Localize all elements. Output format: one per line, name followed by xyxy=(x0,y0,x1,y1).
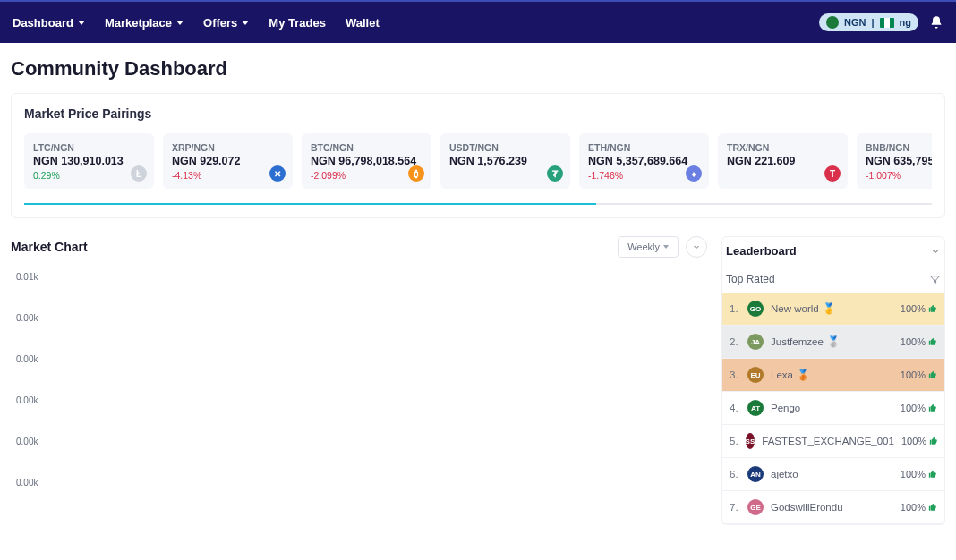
score: 100% xyxy=(901,369,937,380)
coin-icon: Ł xyxy=(131,165,147,182)
leaderboard-row[interactable]: 2.JAJustfemzee 🥈100% xyxy=(722,326,944,359)
pair-price: NGN 635,795.2 xyxy=(866,155,932,167)
pair-card[interactable]: ETH/NGNNGN 5,357,689.664-1.746%♦ xyxy=(579,133,709,189)
pair-change: -4.13% xyxy=(172,170,284,181)
chevron-down-icon xyxy=(176,21,184,25)
currency-icon xyxy=(826,16,839,29)
leaderboard-row[interactable]: 7.GEGodswillErondu100% xyxy=(722,491,944,524)
flag-icon xyxy=(880,18,894,28)
nav-label: Dashboard xyxy=(13,16,73,30)
score: 100% xyxy=(901,303,937,314)
coin-icon: ₿ xyxy=(408,165,424,182)
thumbs-up-icon xyxy=(928,370,937,379)
coin-icon: T xyxy=(824,165,841,182)
leaderboard-row[interactable]: 6.ANajetxo100% xyxy=(722,458,944,491)
nav-dashboard[interactable]: Dashboard xyxy=(13,16,85,30)
rank: 5. xyxy=(730,436,738,446)
divider: | xyxy=(871,17,874,28)
thumbs-up-icon xyxy=(928,403,937,412)
nav-wallet[interactable]: Wallet xyxy=(346,16,380,30)
nav-label: Offers xyxy=(203,16,237,30)
medal-icon: 🥈 xyxy=(827,335,840,348)
leaderboard-row[interactable]: 4.ATPengo100% xyxy=(722,392,944,425)
rank: 3. xyxy=(730,369,740,380)
chevron-down-icon xyxy=(663,245,669,249)
nav-marketplace[interactable]: Marketplace xyxy=(105,16,184,30)
currency-selector[interactable]: NGN | ng xyxy=(819,13,918,31)
nav-my-trades[interactable]: My Trades xyxy=(269,16,326,30)
bell-icon[interactable] xyxy=(929,15,943,30)
topbar-right: NGN | ng xyxy=(819,13,943,31)
coin-icon: ✕ xyxy=(269,165,286,182)
leaderboard-rows: 1.GONew world 🥇100%2.JAJustfemzee 🥈100%3… xyxy=(722,293,944,524)
range-label: Weekly xyxy=(627,242,660,252)
pair-card[interactable]: USDT/NGNNGN 1,576.239₮ xyxy=(440,133,570,189)
rank: 7. xyxy=(730,502,740,513)
chart-controls: Weekly xyxy=(618,236,707,258)
chevron-down-icon xyxy=(242,21,249,25)
pair-card[interactable]: XRP/NGNNGN 929.072-4.13%✕ xyxy=(163,133,293,189)
scroll-indicator xyxy=(24,203,932,205)
avatar: AT xyxy=(747,400,764,416)
user-name: GodswillErondu xyxy=(771,502,893,513)
chart-header: Market Chart Weekly xyxy=(11,236,707,258)
y-axis-tick: 0.01k xyxy=(16,272,707,313)
y-axis-tick: 0.00k xyxy=(16,437,707,478)
pair-card[interactable]: BNB/NGNNGN 635,795.2-1.007% xyxy=(857,133,932,189)
score: 100% xyxy=(901,336,937,347)
pairings-title: Market Price Pairings xyxy=(24,106,932,121)
pairings-card: Market Price Pairings LTC/NGNNGN 130,910… xyxy=(11,93,945,218)
pair-price: NGN 221.609 xyxy=(727,155,839,167)
pair-change: -1.746% xyxy=(588,170,700,181)
y-axis-tick: 0.00k xyxy=(16,395,707,437)
leaderboard-subtitle: Top Rated xyxy=(726,273,775,285)
thumbs-up-icon xyxy=(928,337,937,346)
avatar: GE xyxy=(747,499,764,515)
pair-change: 0.29% xyxy=(33,170,145,181)
currency-code: NGN xyxy=(844,17,866,28)
y-axis-tick: 0.00k xyxy=(16,313,707,354)
pair-name: TRX/NGN xyxy=(727,142,839,153)
pair-card[interactable]: LTC/NGNNGN 130,910.0130.29%Ł xyxy=(24,133,154,189)
range-selector[interactable]: Weekly xyxy=(618,236,679,258)
locale-code: ng xyxy=(900,17,911,28)
leaderboard-subheader: Top Rated xyxy=(722,267,944,293)
thumbs-up-icon xyxy=(928,304,937,313)
avatar: SS xyxy=(746,433,755,449)
leaderboard-row[interactable]: 5.SSFASTEST_EXCHANGE_001100% xyxy=(722,425,944,458)
chart-area: 0.01k0.00k0.00k0.00k0.00k0.00k xyxy=(11,272,707,519)
leaderboard-card: Leaderboard Top Rated 1.GONew world 🥇100… xyxy=(721,236,945,525)
medal-icon: 🥇 xyxy=(823,302,835,315)
y-axis-tick: 0.00k xyxy=(16,354,707,395)
pair-name: ETH/NGN xyxy=(588,142,700,153)
pairings-row[interactable]: LTC/NGNNGN 130,910.0130.29%ŁXRP/NGNNGN 9… xyxy=(24,133,932,194)
pair-price: NGN 96,798,018.564 xyxy=(311,155,423,167)
pair-card[interactable]: TRX/NGNNGN 221.609T xyxy=(718,133,848,189)
rank: 4. xyxy=(730,403,740,413)
medal-icon: 🥉 xyxy=(797,369,809,381)
top-navbar: Dashboard Marketplace Offers My Trades W… xyxy=(0,0,956,43)
main-row: Market Chart Weekly 0.01k0.00k0.00k0.00k… xyxy=(11,236,945,525)
leaderboard-header[interactable]: Leaderboard xyxy=(722,237,944,267)
avatar: EU xyxy=(747,367,764,383)
avatar: GO xyxy=(747,301,764,317)
y-axis-tick: 0.00k xyxy=(16,478,707,519)
coin-icon: ₮ xyxy=(547,165,563,182)
chart-title: Market Chart xyxy=(11,240,88,254)
pair-change: -1.007% xyxy=(866,170,932,181)
filter-icon[interactable] xyxy=(929,274,941,285)
leaderboard-row[interactable]: 1.GONew world 🥇100% xyxy=(722,293,944,326)
chevron-down-icon xyxy=(930,246,941,257)
chart-expand-button[interactable] xyxy=(686,236,707,258)
leaderboard-row[interactable]: 3.EULexa 🥉100% xyxy=(722,359,944,392)
pair-card[interactable]: BTC/NGNNGN 96,798,018.564-2.099%₿ xyxy=(302,133,431,189)
score: 100% xyxy=(901,436,938,446)
nav-offers[interactable]: Offers xyxy=(203,16,249,30)
coin-icon: ♦ xyxy=(686,165,702,182)
pair-name: USDT/NGN xyxy=(449,142,561,153)
nav-label: My Trades xyxy=(269,16,326,30)
pair-name: BNB/NGN xyxy=(866,142,932,153)
score: 100% xyxy=(901,502,937,513)
chevron-down-icon xyxy=(78,21,85,25)
user-name: Justfemzee 🥈 xyxy=(771,335,893,348)
